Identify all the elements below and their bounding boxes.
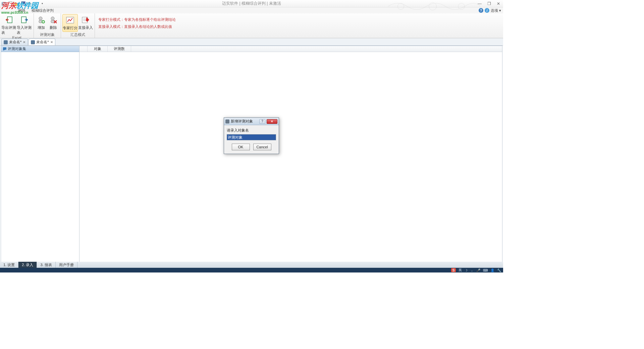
grid-header: 对象 评测数: [79, 46, 502, 52]
dialog-help-button[interactable]: ?: [259, 119, 265, 124]
edit-icon: [81, 15, 90, 24]
ribbon-help-text: 专家打分模式：专家为各指标逐个给出评测结论 直接录入模式：直接录入各结论的人数或…: [95, 13, 179, 38]
main-area: 评测对象集 对象 评测数: [1, 46, 502, 267]
dialog-title: 新增评测对象: [231, 119, 253, 124]
tree-root[interactable]: 评测对象集: [1, 46, 79, 52]
svg-rect-3: [22, 4, 24, 5]
export-button[interactable]: 导出评测表: [1, 14, 17, 35]
ok-button[interactable]: OK: [232, 144, 250, 150]
help-icon[interactable]: ?: [479, 8, 483, 13]
dialog-close-button[interactable]: ✕: [267, 119, 277, 124]
quick-access-toolbar: ↻ ✂ ▾: [0, 1, 45, 6]
doc-icon: [31, 40, 35, 44]
window-controls: — ❐ ✕: [476, 1, 502, 6]
ime-wrench-icon[interactable]: 🔧: [497, 268, 501, 272]
close-button[interactable]: ✕: [495, 1, 502, 6]
minimize-button[interactable]: —: [476, 1, 483, 6]
expert-mode-button[interactable]: 专家打分: [62, 14, 78, 32]
dialog-titlebar[interactable]: 新增评测对象 ? ✕: [224, 118, 279, 125]
tab-close-icon[interactable]: ✕: [50, 40, 53, 44]
col-object[interactable]: 对象: [88, 46, 108, 52]
ime-mic-icon[interactable]: 🎤: [476, 268, 480, 272]
svg-point-12: [51, 17, 54, 20]
info-icon[interactable]: i: [485, 8, 489, 13]
bottom-tab-report[interactable]: 3. 报表: [37, 262, 55, 268]
ribbon-group-label: 汇总模式: [62, 32, 93, 38]
document-tabs: 未命名* ✕ 未命名* ✕: [0, 38, 503, 46]
bottom-tab-input[interactable]: 2. 录入: [18, 262, 37, 268]
ribbon-group-object: 增加 删除 评测对象: [34, 13, 61, 38]
chart-icon: [65, 15, 75, 25]
svg-rect-1: [9, 2, 12, 6]
add-object-dialog: 新增评测对象 ? ✕ 请录入对象名 OK Cancel: [224, 117, 279, 154]
qat-app-icon[interactable]: [1, 1, 7, 6]
menu-row: 网络 模糊综合评判 ? i 选项 ▾: [0, 7, 503, 13]
tree-panel: 评测对象集: [1, 46, 79, 267]
tab-close-icon[interactable]: ✕: [23, 40, 25, 44]
dialog-label: 请录入对象名: [227, 128, 276, 133]
qat-refresh-icon[interactable]: ↻: [27, 1, 32, 6]
menu-network[interactable]: 网络: [18, 8, 25, 13]
ribbon: 导出评测表 导入评测表 Excel 增加 删除 评测对象 专家打分: [0, 13, 503, 38]
cancel-button[interactable]: Cancel: [253, 144, 271, 150]
svg-point-9: [39, 17, 42, 20]
direct-mode-button[interactable]: 直接录入: [78, 14, 93, 32]
ribbon-group-label: 评测对象: [35, 32, 59, 38]
ime-moon-icon[interactable]: ☽: [465, 268, 468, 272]
row-handle-col: [79, 46, 88, 52]
bottom-tabs: 1. 设置 2. 录入 3. 报表 用户手册: [0, 262, 503, 268]
app-title: 迈实软件 | 模糊综合评判 | 未激活: [222, 1, 281, 6]
ribbon-group-mode: 专家打分 直接录入 汇总模式: [61, 13, 95, 38]
ribbon-group-excel: 导出评测表 导入评测表 Excel: [0, 13, 34, 38]
export-icon: [4, 15, 14, 24]
import-icon: [20, 15, 29, 24]
qat-tool-icon[interactable]: ✂: [33, 1, 39, 6]
qat-new-icon[interactable]: [8, 1, 13, 6]
doc-icon: [4, 40, 8, 44]
qat-open-icon[interactable]: [14, 1, 19, 6]
object-name-input[interactable]: [227, 134, 276, 140]
svg-rect-13: [51, 20, 54, 23]
add-icon: [37, 15, 46, 24]
ime-user-icon[interactable]: 👤: [490, 268, 494, 272]
ime-comma-icon[interactable]: ，: [470, 268, 474, 272]
bottom-tab-settings[interactable]: 1. 设置: [0, 262, 18, 268]
import-button[interactable]: 导入评测表: [17, 14, 32, 35]
delete-icon: [49, 15, 58, 24]
titlebar: ↻ ✂ ▾ 迈实软件 | 模糊综合评判 | 未激活 — ❐ ✕: [0, 0, 503, 7]
doc-tab[interactable]: 未命名* ✕: [1, 39, 28, 45]
restore-button[interactable]: ❐: [486, 1, 492, 6]
add-button[interactable]: 增加: [35, 14, 47, 32]
col-count[interactable]: 评测数: [108, 46, 131, 52]
flag-icon: [3, 47, 6, 51]
doc-tab[interactable]: 未命名* ✕: [29, 39, 55, 45]
ime-lang[interactable]: 英: [459, 268, 462, 272]
qat-dropdown-icon[interactable]: ▾: [40, 1, 45, 6]
sogou-ime-icon[interactable]: S: [451, 268, 456, 272]
ime-keyboard-icon[interactable]: ⌨: [483, 268, 488, 272]
svg-rect-0: [2, 2, 6, 5]
dialog-icon: [225, 119, 229, 123]
dialog-body: 请录入对象名 OK Cancel: [224, 125, 279, 154]
qat-save-icon[interactable]: [20, 1, 26, 6]
taskbar: S 英 ☽ ， 🎤 ⌨ 👤 🔧: [0, 268, 503, 272]
menu-fuzzy[interactable]: 模糊综合评判: [32, 8, 54, 13]
bottom-tab-manual[interactable]: 用户手册: [56, 262, 77, 268]
grid-panel: 对象 评测数: [79, 46, 502, 267]
delete-button[interactable]: 删除: [47, 14, 59, 32]
options-menu[interactable]: 选项 ▾: [491, 8, 501, 13]
